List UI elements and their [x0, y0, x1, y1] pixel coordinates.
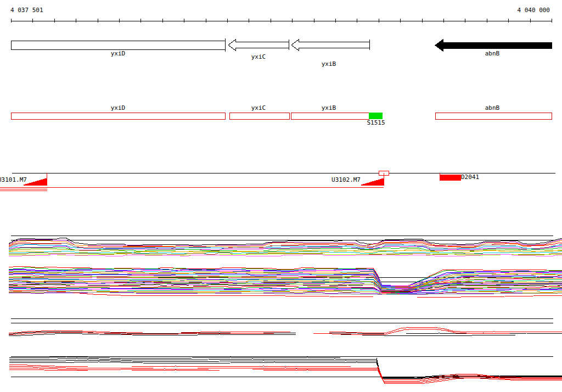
ruler-start-coordinate: 4 037 501	[10, 7, 43, 14]
gene-arrow-yxiB[interactable]	[291, 40, 369, 51]
gene-arrow-yxiC[interactable]	[228, 40, 289, 51]
gene-label-yxiC: yxiC	[251, 54, 266, 60]
expression-series	[9, 238, 562, 245]
transcript-label-D2041: D2041	[461, 174, 479, 181]
gene-box-label-yxiD: yxiD	[111, 105, 126, 111]
gene-label-yxiD: yxiD	[111, 51, 126, 57]
genome-graphics-canvas	[0, 0, 562, 392]
gene-box-label-yxiC: yxiC	[251, 105, 266, 111]
signal-black	[9, 357, 562, 377]
ruler-end-coordinate: 4 040 000	[517, 7, 550, 14]
signal-red	[9, 327, 562, 333]
promoter-U3102.M7[interactable]	[361, 178, 384, 185]
segment-marker-S1515[interactable]	[369, 113, 383, 119]
signal-red	[9, 366, 562, 381]
gene-label-abnB: abnB	[485, 51, 500, 57]
promoter-U3101.M7[interactable]	[24, 178, 47, 185]
transcript-label-U3101: U3101.M7	[0, 177, 27, 183]
transcript-label-U3102: U3102.M7	[331, 177, 361, 183]
genome-browser-view: 4 037 501 4 040 000 yxiD yxiC yxiB abnB …	[0, 0, 562, 392]
gene-box-label-abnB: abnB	[485, 105, 500, 111]
gene-box-abnB[interactable]	[435, 113, 552, 119]
segment-label-S1515: S1515	[367, 120, 385, 126]
gene-box-yxiB[interactable]	[291, 113, 369, 119]
feature-D2041[interactable]	[440, 175, 461, 181]
gene-box-yxiD[interactable]	[11, 113, 225, 119]
gene-label-yxiB: yxiB	[322, 61, 336, 68]
gene-arrow-yxiD[interactable]	[11, 41, 225, 49]
gene-box-yxiC[interactable]	[229, 113, 289, 119]
gene-box-label-yxiB: yxiB	[322, 105, 336, 111]
gene-arrow-abnB[interactable]	[435, 40, 552, 51]
signal-red	[9, 368, 562, 382]
